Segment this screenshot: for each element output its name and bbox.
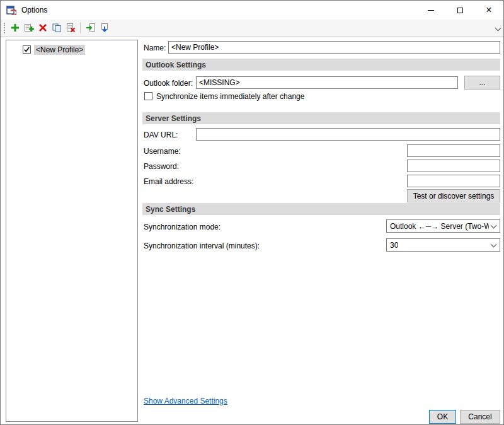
- toolbar-overflow-button[interactable]: [494, 23, 501, 33]
- test-settings-button[interactable]: Test or discover settings: [407, 189, 500, 202]
- checkmark-icon: [23, 46, 30, 53]
- username-label: Username:: [144, 147, 181, 156]
- window-title: Options: [21, 1, 47, 20]
- toolbar-overflow-icon: [495, 25, 501, 31]
- sync-mode-value: Outlook ←─→ Server (Two-Way): [390, 222, 489, 231]
- sync-interval-label: Synchronization interval (minutes):: [144, 242, 260, 250]
- name-label: Name:: [144, 44, 166, 52]
- close-icon: ×: [486, 5, 491, 15]
- sync-interval-select[interactable]: 30: [386, 238, 500, 252]
- add-multiple-profiles-icon: [24, 23, 34, 33]
- delete-profile-icon: [38, 23, 48, 33]
- chevron-down-icon: [491, 223, 497, 229]
- cancel-button[interactable]: Cancel: [460, 410, 500, 424]
- show-advanced-settings-link[interactable]: Show Advanced Settings: [144, 397, 227, 405]
- username-input[interactable]: [407, 144, 500, 157]
- minimize-button[interactable]: [416, 1, 445, 20]
- password-label: Password:: [144, 162, 179, 171]
- chevron-down-icon: [491, 242, 497, 248]
- add-multiple-profiles-button[interactable]: [22, 21, 36, 35]
- password-input[interactable]: [407, 160, 500, 172]
- browse-folder-button[interactable]: ...: [464, 76, 500, 90]
- server-settings-title: Server Settings: [142, 114, 201, 123]
- toolbar: [1, 20, 503, 37]
- import-profiles-button[interactable]: [84, 21, 98, 35]
- dav-url-label: DAV URL:: [144, 131, 178, 139]
- minimize-icon: [428, 10, 434, 11]
- dav-url-input[interactable]: [196, 128, 500, 141]
- sync-immediately-label[interactable]: Synchronize items immediately after chan…: [156, 92, 304, 101]
- clear-cache-button[interactable]: [64, 21, 77, 35]
- profile-checkbox[interactable]: [23, 45, 31, 54]
- profile-label[interactable]: <New Profile>: [34, 45, 85, 55]
- tree-item-profile[interactable]: <New Profile>: [6, 44, 137, 55]
- add-profile-button[interactable]: [8, 21, 22, 35]
- name-input[interactable]: [168, 41, 500, 54]
- sync-settings-header: Sync Settings: [142, 203, 500, 215]
- options-dialog: Options ×: [0, 0, 504, 425]
- copy-profile-button[interactable]: [50, 21, 64, 35]
- sync-interval-value: 30: [390, 241, 398, 250]
- toolbar-separator: [80, 22, 81, 33]
- import-profiles-icon: [86, 23, 96, 33]
- sync-settings-title: Sync Settings: [142, 205, 195, 214]
- copy-profile-icon: [52, 23, 62, 33]
- outlook-settings-title: Outlook Settings: [142, 61, 206, 69]
- maximize-button[interactable]: [445, 1, 474, 20]
- delete-profile-button[interactable]: [36, 21, 50, 35]
- toolbar-grip[interactable]: [4, 23, 6, 33]
- outlook-folder-input[interactable]: [196, 76, 458, 89]
- export-profiles-icon: [100, 23, 110, 33]
- title-bar: Options ×: [1, 1, 503, 20]
- clear-cache-icon: [66, 23, 76, 33]
- server-settings-header: Server Settings: [142, 112, 500, 124]
- close-button[interactable]: ×: [474, 1, 503, 20]
- email-address-input[interactable]: [407, 175, 500, 187]
- maximize-icon: [457, 8, 463, 13]
- sync-mode-label: Synchronization mode:: [144, 223, 220, 231]
- add-profile-icon: [10, 23, 20, 33]
- outlook-settings-header: Outlook Settings: [142, 59, 500, 71]
- profile-tree[interactable]: <New Profile>: [6, 40, 138, 422]
- ok-button[interactable]: OK: [429, 410, 456, 424]
- outlook-folder-label: Outlook folder:: [144, 79, 193, 88]
- export-profiles-button[interactable]: [98, 21, 112, 35]
- caption-buttons: ×: [416, 1, 503, 20]
- app-icon: [6, 5, 16, 15]
- sync-mode-select[interactable]: Outlook ←─→ Server (Two-Way): [386, 219, 500, 233]
- sync-immediately-checkbox[interactable]: [144, 92, 152, 100]
- email-address-label: Email address:: [144, 177, 193, 186]
